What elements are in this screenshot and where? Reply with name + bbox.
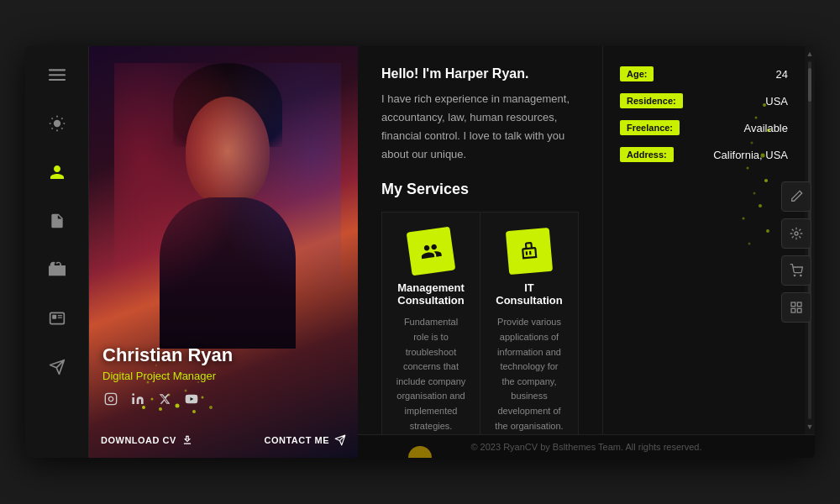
menu-icon[interactable]: [42, 60, 72, 90]
svg-line-10: [51, 128, 52, 129]
main-container: Christian Ryan Digital Project Manager: [25, 46, 815, 458]
scroll-thumb[interactable]: [808, 68, 811, 102]
svg-point-42: [753, 192, 756, 195]
user-nav-icon[interactable]: [42, 157, 72, 187]
profile-card: Christian Ryan Digital Project Manager: [89, 46, 358, 458]
settings-tool-icon[interactable]: [781, 218, 811, 249]
services-heading: My Services: [381, 181, 579, 198]
social-links: [102, 391, 344, 407]
management-service-icon: [407, 227, 456, 276]
svg-rect-50: [791, 302, 795, 307]
management-service-desc: Fundamental role is to troubleshoot conc…: [396, 315, 466, 433]
svg-line-11: [61, 118, 62, 119]
svg-point-48: [794, 275, 795, 276]
svg-rect-1: [49, 74, 66, 76]
svg-rect-0: [49, 69, 66, 71]
svg-point-49: [801, 275, 801, 276]
linkedin-icon[interactable]: [129, 391, 146, 407]
contact-me-button[interactable]: CONTACT ME: [264, 434, 346, 446]
brightness-icon[interactable]: [42, 108, 72, 139]
svg-rect-51: [797, 302, 801, 307]
about-section: Hello! I'm Harper Ryan. I have rich expe…: [358, 46, 603, 434]
svg-point-36: [755, 117, 758, 119]
svg-rect-2: [49, 79, 66, 81]
left-sidebar: [25, 46, 89, 458]
services-grid: Management Consultation Fundamental role…: [381, 212, 579, 434]
app-wrapper: Christian Ryan Digital Project Manager: [0, 0, 840, 504]
svg-point-46: [748, 243, 751, 245]
age-value: 24: [776, 68, 788, 81]
residence-value: USA: [765, 95, 788, 108]
freelance-row: Freelance: Available: [620, 120, 788, 135]
management-service-name: Management Consultation: [396, 281, 466, 307]
svg-line-6: [51, 118, 52, 119]
residence-label: Residence:: [620, 93, 683, 108]
it-service-name: IT Consultation: [494, 281, 564, 307]
svg-point-18: [159, 407, 162, 411]
svg-point-43: [759, 204, 762, 207]
scroll-up-arrow[interactable]: ▲: [806, 50, 814, 58]
greeting-text: Hello! I'm Harper Ryan.: [381, 66, 579, 81]
portfolio-icon[interactable]: [42, 255, 72, 285]
instagram-icon[interactable]: [102, 391, 119, 407]
profile-actions: DOWNLOAD CV CONTACT ME: [89, 434, 358, 446]
svg-point-22: [192, 410, 196, 413]
svg-point-45: [766, 229, 769, 233]
it-service-desc: Provide various applications of informat…: [494, 315, 564, 433]
footer-text: © 2023 RyanCV by Bslthemes Team. All rig…: [470, 442, 701, 452]
svg-rect-31: [105, 393, 116, 404]
profile-name: Christian Ryan: [102, 344, 344, 366]
media-icon[interactable]: [42, 303, 72, 333]
age-label: Age:: [620, 66, 654, 81]
youtube-icon[interactable]: [183, 391, 200, 407]
resume-icon[interactable]: [42, 206, 72, 236]
address-row: Address: California, USA: [620, 147, 788, 162]
service-card-management: Management Consultation Fundamental role…: [382, 213, 480, 434]
content-body: Hello! I'm Harper Ryan. I have rich expe…: [358, 46, 815, 434]
svg-point-33: [132, 393, 134, 396]
service-card-it: IT Consultation Provide various applicat…: [480, 213, 578, 434]
it-service-icon: [506, 228, 553, 275]
download-cv-button[interactable]: DOWNLOAD CV: [101, 434, 193, 446]
svg-point-40: [747, 167, 749, 170]
about-description: I have rich experience in management, ac…: [381, 90, 579, 164]
freelance-label: Freelance:: [620, 120, 680, 135]
svg-point-47: [795, 232, 798, 235]
address-value: California, USA: [713, 149, 788, 161]
svg-rect-52: [797, 308, 801, 312]
svg-rect-53: [791, 308, 795, 312]
residence-row: Residence: USA: [620, 93, 788, 108]
profile-info: Christian Ryan Digital Project Manager: [102, 344, 344, 407]
freelance-value: Available: [743, 122, 788, 134]
grid-tool-icon[interactable]: [781, 292, 811, 323]
profile-title: Digital Project Manager: [102, 370, 344, 382]
brush-tool-icon[interactable]: [781, 181, 811, 212]
scroll-down-arrow[interactable]: ▼: [806, 423, 814, 431]
right-icons-panel: [781, 181, 811, 323]
contact-icon[interactable]: [42, 352, 72, 382]
svg-point-44: [743, 218, 745, 220]
svg-point-41: [764, 179, 768, 182]
svg-point-38: [751, 142, 753, 144]
info-panel: Age: 24 Residence: USA Freelance: Availa…: [603, 46, 805, 434]
svg-rect-13: [52, 315, 56, 319]
age-row: Age: 24: [620, 66, 788, 81]
twitter-x-icon[interactable]: [156, 391, 173, 407]
cart-tool-icon[interactable]: [781, 255, 811, 286]
svg-line-7: [61, 128, 62, 129]
svg-point-3: [53, 120, 60, 127]
content-wrapper: Hello! I'm Harper Ryan. I have rich expe…: [358, 46, 815, 458]
address-label: Address:: [620, 147, 674, 162]
